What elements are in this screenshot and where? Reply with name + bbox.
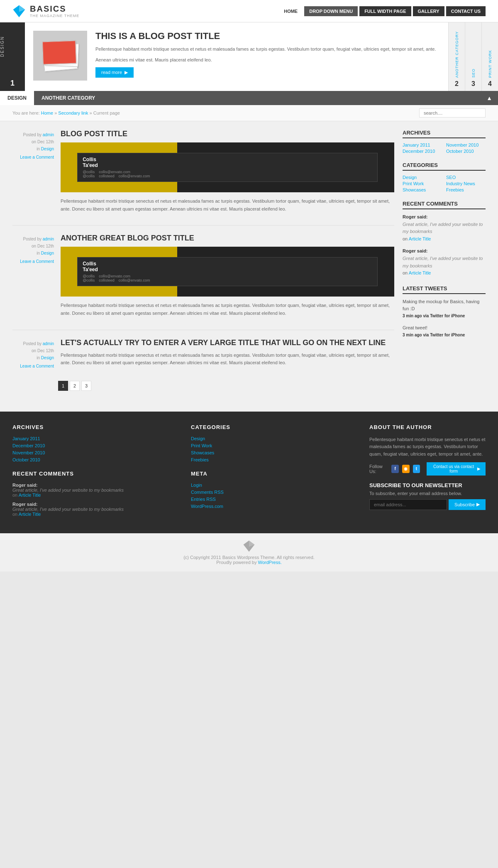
hero-sidebar: ANOTHER CATEGORY 2 SEO 3 PRINT WORK 4 xyxy=(448,22,498,91)
post-meta-col-1: Posted by admin on Dec 12th in Design Le… xyxy=(12,130,54,213)
post-title-2: ANOTHER GREAT BLOG POST TITLE xyxy=(61,234,394,243)
subscribe-button[interactable]: Subscribe ▶ xyxy=(449,499,486,510)
nav-gallery[interactable]: GALLERY xyxy=(413,6,444,16)
sidebar-comment-1: Roger said: Great article, I've added yo… xyxy=(403,213,486,243)
breadcrumb: You are here: Home » Secondary link » Cu… xyxy=(12,110,120,115)
hero-text: THIS IS A BLOG POST TITLE Pellentesque h… xyxy=(95,31,440,83)
hero-side-item-3[interactable]: PRINT WORK 4 xyxy=(481,22,498,91)
archives-list: January 2011 November 2010 December 2010… xyxy=(403,142,486,154)
sidebar-latest-tweets: LATEST TWEETS Making the mockup for Basi… xyxy=(403,285,486,338)
footer-cat-showcases[interactable]: Showcases xyxy=(191,450,357,455)
post-author-1[interactable]: admin xyxy=(43,132,54,137)
footer-archive-jan[interactable]: January 2011 xyxy=(12,436,178,441)
main-wrapper: Posted by admin on Dec 12th in Design Le… xyxy=(0,121,498,412)
footer: ARCHIVES January 2011 December 2010 Nove… xyxy=(0,412,498,533)
breadcrumb-secondary[interactable]: Secondary link xyxy=(58,110,88,115)
footer-comment-link-2[interactable]: Article Title xyxy=(19,512,41,517)
latest-tweets-title: LATEST TWEETS xyxy=(403,285,486,294)
hero-content: THIS IS A BLOG POST TITLE Pellentesque h… xyxy=(25,22,448,91)
breadcrumb-home[interactable]: Home xyxy=(41,110,53,115)
arrow-right-icon: ▶ xyxy=(124,70,128,75)
cat-industrynews[interactable]: Industry News xyxy=(446,181,486,186)
facebook-icon[interactable]: f xyxy=(391,465,399,473)
post-body-1: BLOG POST TITLE CollisTa'eed @collis col… xyxy=(61,130,394,213)
post-category-3[interactable]: Design xyxy=(41,356,54,360)
search-input[interactable] xyxy=(419,108,486,118)
follow-row: Follow Us: f ◉ t Contact us via contact … xyxy=(369,462,486,476)
subscribe-desc: To subscribe, enter your email address b… xyxy=(369,491,486,496)
nav-contact[interactable]: CONTACT US xyxy=(446,6,486,16)
tabs-collapse-arrow[interactable]: ▲ xyxy=(481,91,498,105)
hero-post-description: Pellentesque habitant morbi tristique se… xyxy=(95,46,440,53)
pagination: 1 2 3 xyxy=(58,381,394,391)
cat-seo[interactable]: SEO xyxy=(446,175,486,180)
post-meta-1: Posted by admin on Dec 12th in Design xyxy=(12,131,54,152)
footer-archive-nov[interactable]: November 2010 xyxy=(12,450,178,455)
footer-meta-entries-rss[interactable]: Entries RSS xyxy=(191,497,357,502)
post-category-2[interactable]: Design xyxy=(41,251,54,255)
footer-diamond-icon xyxy=(243,540,255,552)
breadcrumb-bar: You are here: Home » Secondary link » Cu… xyxy=(0,105,498,121)
leave-comment-link-3[interactable]: Leave a Comment xyxy=(20,364,54,368)
twitter-icon[interactable]: t xyxy=(413,465,420,473)
read-more-button[interactable]: read more ▶ xyxy=(95,67,134,78)
post-leave-comment-1: Leave a Comment xyxy=(12,155,54,159)
footer-meta-comments-rss[interactable]: Comments RSS xyxy=(191,490,357,495)
categories-list: Design SEO Print Work Industry News Show… xyxy=(403,175,486,192)
archive-jan-2011[interactable]: January 2011 xyxy=(403,142,442,147)
comment-link-2[interactable]: Article Title xyxy=(409,270,431,275)
archive-dec-2010[interactable]: December 2010 xyxy=(403,149,442,154)
hero-side-item-1[interactable]: ANOTHER CATEGORY 2 xyxy=(448,22,465,91)
subscribe-row: Subscribe ▶ xyxy=(369,499,486,510)
content-area: Posted by admin on Dec 12th in Design Le… xyxy=(12,130,394,403)
nav-home[interactable]: HOME xyxy=(279,6,303,16)
footer-cat-freebies[interactable]: Freebies xyxy=(191,457,357,462)
wordpress-link[interactable]: WordPress. xyxy=(258,560,282,565)
hero-post-title: THIS IS A BLOG POST TITLE xyxy=(95,31,440,42)
cat-printwork[interactable]: Print Work xyxy=(403,181,442,186)
category-tabs: DESIGN ANOTHER CATEGORY ▲ xyxy=(0,91,498,105)
arrow-icon: ▶ xyxy=(477,466,481,471)
archive-oct-2010[interactable]: October 2010 xyxy=(446,149,486,154)
categories-title: CATEGORIES xyxy=(403,162,486,171)
blog-post-3: Posted by admin on Dec 12th in Design Le… xyxy=(12,338,394,368)
post-category-1[interactable]: Design xyxy=(41,147,54,151)
footer-archive-oct[interactable]: October 2010 xyxy=(12,457,178,462)
post-meta-col-3: Posted by admin on Dec 12th in Design Le… xyxy=(12,338,54,368)
tab-design[interactable]: DESIGN xyxy=(0,91,34,105)
tab-another-category[interactable]: ANOTHER CATEGORY xyxy=(34,91,103,105)
breadcrumb-sep1: » xyxy=(54,110,58,115)
leave-comment-link-2[interactable]: Leave a Comment xyxy=(20,259,54,264)
cat-design[interactable]: Design xyxy=(403,175,442,180)
archive-nov-2010[interactable]: November 2010 xyxy=(446,142,486,147)
footer-comment-link-1[interactable]: Article Title xyxy=(19,493,41,498)
hero-post-image xyxy=(33,31,87,81)
footer-comment-1: Roger said: Great article, I've added yo… xyxy=(12,483,178,498)
nav-dropdown[interactable]: DROP DOWN MENU xyxy=(304,6,358,16)
cat-showcases[interactable]: Showcases xyxy=(403,187,442,192)
hero-side-item-2[interactable]: SEO 3 xyxy=(465,22,481,91)
page-1[interactable]: 1 xyxy=(58,381,68,391)
footer-cat-design[interactable]: Design xyxy=(191,436,357,441)
post-divider-2 xyxy=(12,330,394,330)
footer-archive-dec[interactable]: December 2010 xyxy=(12,443,178,448)
footer-meta-login[interactable]: Login xyxy=(191,483,357,488)
page-3[interactable]: 3 xyxy=(81,381,91,391)
hero-side-num-3: 4 xyxy=(488,80,492,88)
footer-cat-printwork[interactable]: Print Work xyxy=(191,443,357,448)
footer-comment-2: Roger said: Great article, I've added yo… xyxy=(12,502,178,517)
nav-fullwidth[interactable]: FULL WIDTH PAGE xyxy=(359,6,411,16)
post-author-3[interactable]: admin xyxy=(43,341,54,346)
contact-form-button[interactable]: Contact us via contact form ▶ xyxy=(427,462,486,476)
rss-icon[interactable]: ◉ xyxy=(402,465,410,473)
follow-label: Follow Us: xyxy=(369,464,388,474)
post-author-2[interactable]: admin xyxy=(43,237,54,241)
page-2[interactable]: 2 xyxy=(70,381,80,391)
tweet-1: Making the mockup for Basics, having fun… xyxy=(403,298,486,319)
leave-comment-link-1[interactable]: Leave a Comment xyxy=(20,155,54,159)
blog-post-1: Posted by admin on Dec 12th in Design Le… xyxy=(12,130,394,213)
email-input[interactable] xyxy=(369,499,447,510)
cat-freebies[interactable]: Freebies xyxy=(446,187,486,192)
footer-meta-wordpress[interactable]: WordPress.com xyxy=(191,504,357,509)
comment-link-1[interactable]: Article Title xyxy=(409,236,431,241)
